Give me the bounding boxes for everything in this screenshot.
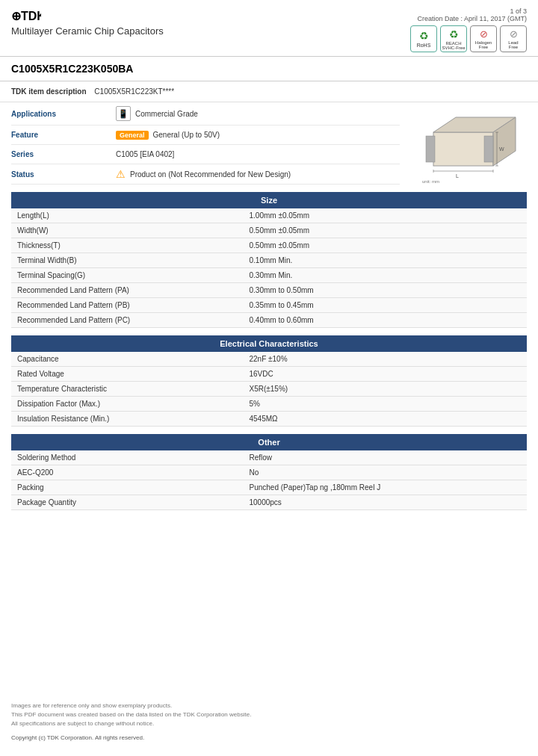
other-table-header: Other (11, 434, 527, 450)
image-section: L W unit: mm (407, 102, 527, 185)
size-table-row: Terminal Spacing(G)0.30mm Min. (11, 268, 527, 283)
electrical-header-cell: Electrical Characteristics (11, 335, 527, 352)
size-section: Size Length(L)1.00mm ±0.05mmWidth(W)0.50… (0, 192, 538, 328)
other-row-label: Package Quantity (11, 495, 244, 510)
item-desc-value: C1005X5R1C223KT**** (94, 87, 174, 96)
status-label: Status (11, 170, 116, 179)
electrical-table-row: Dissipation Factor (Max.)5% (11, 397, 527, 412)
electrical-table-header: Electrical Characteristics (11, 335, 527, 352)
svg-text:unit: mm: unit: mm (422, 179, 439, 184)
other-row-label: AEC-Q200 (11, 465, 244, 480)
footer-copyright: Copyright (c) TDK Corporation. All right… (11, 734, 527, 741)
other-row-value: No (244, 465, 528, 480)
header-right: 1 of 3 Creation Date : April 11, 2017 (G… (410, 7, 527, 52)
capacitor-drawing: L W unit: mm (415, 110, 519, 185)
electrical-table: Electrical Characteristics Capacitance22… (11, 335, 527, 427)
electrical-row-label: Temperature Characteristic (11, 382, 244, 397)
size-row-value: 0.50mm ±0.05mm (244, 238, 528, 253)
badge-rohs: ♻ RoHS (410, 25, 437, 52)
other-table: Other Soldering MethodReflowAEC-Q200NoPa… (11, 434, 527, 510)
creation-date: Creation Date : April 11, 2017 (GMT) (410, 15, 527, 22)
electrical-row-label: Capacitance (11, 352, 244, 367)
badge-halogen: ⊘ HalogenFree (470, 25, 497, 52)
applications-label: Applications (11, 110, 116, 118)
size-row-label: Recommended Land Pattern (PB) (11, 298, 244, 313)
spec-row-feature: Feature General General (Up to 50V) (11, 126, 400, 145)
product-category: Multilayer Ceramic Chip Capacitors (11, 25, 164, 37)
tdk-logo: ⊕TDK (11, 7, 164, 24)
electrical-table-row: Rated Voltage16VDC (11, 367, 527, 382)
page-wrapper: ⊕TDK Multilayer Ceramic Chip Capacitors … (0, 0, 538, 756)
part-number-section: C1005X5R1C223K050BA (0, 57, 538, 81)
other-header-cell: Other (11, 434, 527, 450)
badge-reach: ♻ REACHSVHC-Free (440, 25, 467, 52)
spec-row-series: Series C1005 [EIA 0402] (11, 145, 400, 164)
feature-badge: General (116, 131, 149, 140)
size-row-value: 0.50mm ±0.05mm (244, 223, 528, 238)
status-value: ⚠ Product on (Not Recommended for New De… (116, 168, 291, 180)
size-row-value: 0.35mm to 0.45mm (244, 298, 528, 313)
size-table-row: Length(L)1.00mm ±0.05mm (11, 208, 527, 223)
size-header-cell: Size (11, 192, 527, 208)
electrical-row-value: 5% (244, 397, 528, 412)
size-row-label: Width(W) (11, 223, 244, 238)
other-table-row: Package Quantity10000pcs (11, 495, 527, 510)
tdk-logo-svg: ⊕TDK (11, 7, 41, 24)
rohs-icon: ♻ (419, 30, 429, 42)
other-row-label: Soldering Method (11, 450, 244, 465)
size-table-row: Terminal Width(B)0.10mm Min. (11, 253, 527, 268)
svg-text:W: W (499, 146, 504, 152)
size-table-row: Thickness(T)0.50mm ±0.05mm (11, 238, 527, 253)
electrical-table-row: Capacitance22nF ±10% (11, 352, 527, 367)
other-row-label: Packing (11, 480, 244, 495)
reach-icon: ♻ (449, 28, 459, 40)
header: ⊕TDK Multilayer Ceramic Chip Capacitors … (0, 0, 538, 57)
size-row-label: Terminal Spacing(G) (11, 268, 244, 283)
other-table-row: PackingPunched (Paper)Tap ng ,180mm Reel… (11, 480, 527, 495)
electrical-row-value: X5R(±15%) (244, 382, 528, 397)
lead-icon: ⊘ (510, 28, 518, 40)
svg-text:⊕TDK: ⊕TDK (11, 10, 41, 22)
rohs-label: RoHS (417, 43, 431, 48)
size-table: Size Length(L)1.00mm ±0.05mmWidth(W)0.50… (11, 192, 527, 328)
size-row-label: Recommended Land Pattern (PC) (11, 313, 244, 328)
size-table-header: Size (11, 192, 527, 208)
feature-value: General General (Up to 50V) (116, 131, 220, 140)
size-table-row: Recommended Land Pattern (PC)0.40mm to 0… (11, 313, 527, 328)
feature-label: Feature (11, 131, 116, 139)
header-left: ⊕TDK Multilayer Ceramic Chip Capacitors (11, 7, 164, 37)
footer: Images are for reference only and show e… (11, 701, 527, 741)
size-table-row: Recommended Land Pattern (PA)0.30mm to 0… (11, 283, 527, 298)
electrical-table-row: Insulation Resistance (Min.)4545MΩ (11, 412, 527, 427)
app-icon: 📱 (116, 106, 131, 121)
electrical-row-label: Dissipation Factor (Max.) (11, 397, 244, 412)
electrical-row-value: 22nF ±10% (244, 352, 528, 367)
other-row-value: 10000pcs (244, 495, 528, 510)
applications-value: 📱 Commercial Grade (116, 106, 198, 121)
svg-rect-6 (484, 136, 493, 162)
size-table-row: Width(W)0.50mm ±0.05mm (11, 223, 527, 238)
other-table-row: Soldering MethodReflow (11, 450, 527, 465)
other-section: Other Soldering MethodReflowAEC-Q200NoPa… (0, 434, 538, 510)
size-row-label: Recommended Land Pattern (PA) (11, 283, 244, 298)
disclaimer-line3: All specifications are subject to change… (11, 719, 527, 728)
size-row-label: Length(L) (11, 208, 244, 223)
svg-text:L: L (456, 173, 459, 179)
page-info: 1 of 3 (410, 7, 527, 15)
footer-disclaimer: Images are for reference only and show e… (11, 701, 527, 728)
electrical-section: Electrical Characteristics Capacitance22… (0, 335, 538, 427)
electrical-table-row: Temperature CharacteristicX5R(±15%) (11, 382, 527, 397)
electrical-row-value: 4545MΩ (244, 412, 528, 427)
warning-icon: ⚠ (116, 168, 126, 180)
main-content: Applications 📱 Commercial Grade Feature … (0, 102, 538, 185)
size-row-value: 0.30mm to 0.50mm (244, 283, 528, 298)
size-row-value: 0.40mm to 0.60mm (244, 313, 528, 328)
other-row-value: Punched (Paper)Tap ng ,180mm Reel J (244, 480, 528, 495)
item-description-row: TDK item description C1005X5R1C223KT**** (0, 81, 538, 102)
lead-label: LeadFree (508, 40, 518, 49)
size-row-label: Thickness(T) (11, 238, 244, 253)
electrical-row-label: Rated Voltage (11, 367, 244, 382)
halogen-label: HalogenFree (475, 40, 492, 49)
specs-section: Applications 📱 Commercial Grade Feature … (11, 102, 400, 185)
disclaimer-line2: This PDF document was created based on t… (11, 710, 527, 719)
